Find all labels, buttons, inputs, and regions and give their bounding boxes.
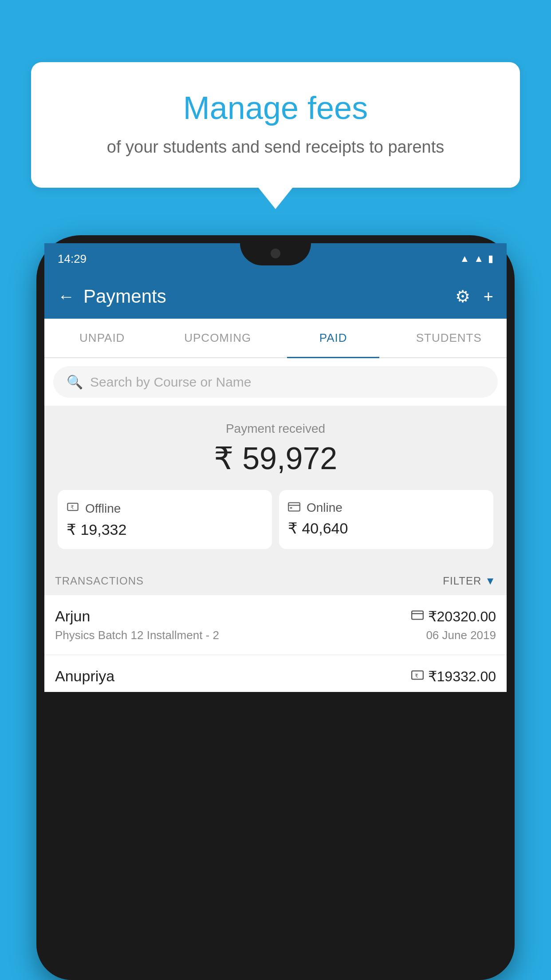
header-actions: ⚙ +	[455, 287, 493, 306]
tab-paid[interactable]: PAID	[276, 319, 391, 357]
svg-rect-2	[288, 503, 300, 511]
filter-button[interactable]: FILTER ▼	[443, 575, 496, 587]
status-icons: ▲ ▲ ▮	[460, 253, 493, 265]
transaction-type-icon-online	[411, 609, 424, 623]
svg-text:₹: ₹	[415, 673, 418, 679]
transaction-description: Physics Batch 12 Installment - 2	[55, 628, 219, 642]
svg-text:₹: ₹	[71, 504, 74, 510]
filter-icon: ▼	[485, 575, 496, 587]
app-header: ← Payments ⚙ +	[44, 274, 507, 319]
tab-upcoming[interactable]: UPCOMING	[160, 319, 276, 357]
transaction-amount-wrap: ₹20320.00	[411, 608, 496, 625]
transaction-row-top-2: Anupriya ₹ ₹19332.00	[55, 668, 496, 685]
online-card: Online ₹ 40,640	[279, 490, 493, 549]
back-button[interactable]: ←	[58, 287, 75, 306]
online-amount: ₹ 40,640	[288, 519, 484, 537]
online-icon	[288, 501, 300, 515]
offline-amount: ₹ 19,332	[67, 521, 263, 538]
search-placeholder-text: Search by Course or Name	[90, 375, 252, 390]
wifi-icon: ▲	[460, 253, 469, 265]
transaction-row-top: Arjun ₹20320.00	[55, 608, 496, 625]
offline-card-header: ₹ Offline	[67, 501, 263, 516]
svg-rect-5	[412, 611, 423, 620]
tabs-container: UNPAID UPCOMING PAID STUDENTS	[44, 319, 507, 358]
settings-icon[interactable]: ⚙	[455, 287, 470, 306]
online-label: Online	[307, 501, 342, 515]
offline-card: ₹ Offline ₹ 19,332	[58, 490, 272, 549]
online-card-header: Online	[288, 501, 484, 515]
transactions-header: TRANSACTIONS FILTER ▼	[44, 562, 507, 595]
transaction-row[interactable]: Arjun ₹20320.00 Physics Batch 12	[44, 595, 507, 655]
status-time: 14:29	[58, 252, 87, 266]
add-icon[interactable]: +	[484, 287, 493, 306]
transaction-name: Arjun	[55, 608, 90, 625]
payment-received-amount: ₹ 59,972	[53, 440, 498, 477]
payment-received-section: Payment received ₹ 59,972 ₹	[44, 406, 507, 562]
payment-received-label: Payment received	[53, 422, 498, 436]
tooltip-title: Manage fees	[62, 89, 489, 127]
status-bar: 14:29 ▲ ▲ ▮	[44, 243, 507, 274]
transaction-amount-wrap-2: ₹ ₹19332.00	[411, 668, 496, 685]
filter-label: FILTER	[443, 575, 481, 587]
transaction-amount-2: ₹19332.00	[428, 668, 496, 685]
offline-icon: ₹	[67, 501, 79, 516]
transaction-date: 06 June 2019	[426, 628, 496, 642]
transactions-label: TRANSACTIONS	[55, 575, 144, 587]
transaction-row-bottom: Physics Batch 12 Installment - 2 06 June…	[55, 628, 496, 642]
offline-label: Offline	[85, 502, 121, 516]
transaction-row-partial[interactable]: Anupriya ₹ ₹19332.00	[44, 655, 507, 692]
tooltip-card: Manage fees of your students and send re…	[31, 62, 520, 188]
camera-notch	[271, 249, 280, 258]
search-icon: 🔍	[67, 374, 83, 390]
transaction-amount: ₹20320.00	[428, 608, 496, 625]
transaction-name-2: Anupriya	[55, 668, 114, 685]
search-container: 🔍 Search by Course or Name	[44, 358, 507, 406]
page-title: Payments	[83, 286, 446, 307]
phone-frame: 14:29 ▲ ▲ ▮ ← Payments ⚙ +	[36, 235, 515, 980]
battery-icon: ▮	[488, 253, 493, 265]
phone-screen: ← Payments ⚙ + UNPAID UPCOMING PAID STUD…	[44, 274, 507, 692]
tab-students[interactable]: STUDENTS	[391, 319, 507, 357]
tooltip-subtitle: of your students and send receipts to pa…	[62, 138, 489, 157]
search-bar[interactable]: 🔍 Search by Course or Name	[53, 366, 498, 398]
tab-unpaid[interactable]: UNPAID	[44, 319, 160, 357]
signal-icon: ▲	[474, 253, 484, 265]
transaction-type-icon-offline: ₹	[411, 669, 424, 683]
payment-cards: ₹ Offline ₹ 19,332	[53, 490, 498, 549]
